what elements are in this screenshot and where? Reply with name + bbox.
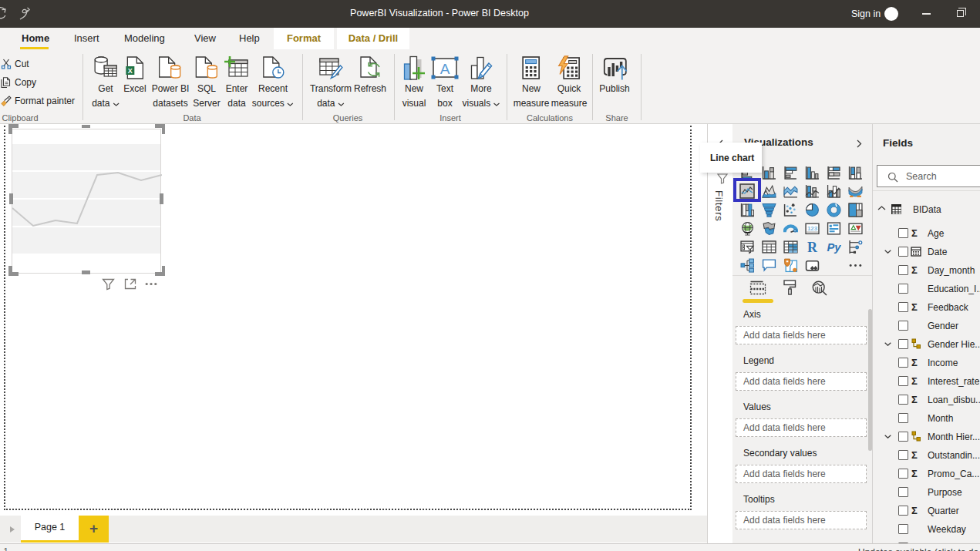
svg-text:Py: Py	[827, 241, 841, 254]
svg-text:R: R	[807, 240, 818, 254]
svg-text:A: A	[440, 61, 450, 77]
svg-text:123: 123	[807, 225, 818, 232]
svg-text:X: X	[127, 67, 132, 75]
